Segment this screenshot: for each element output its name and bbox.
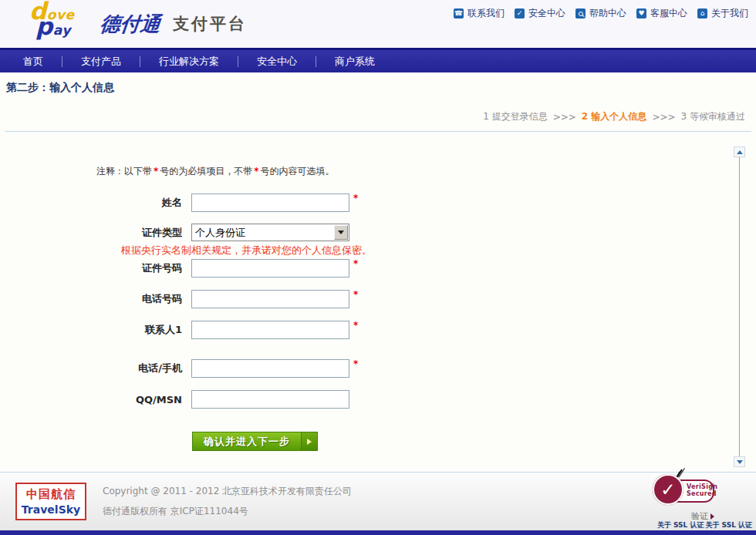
heart-icon: ♥	[636, 8, 646, 19]
content-divider	[5, 131, 751, 132]
verisign-seal[interactable]: ® ✓ VeriSign Secured	[653, 474, 716, 509]
footer: 中国航信 TravelSky Copyright @ 2011 - 2012 北…	[0, 473, 756, 530]
required-asterisk: *	[353, 359, 358, 368]
home-icon: ⌂	[697, 8, 707, 19]
page: dove pay 德付通 支付平台 ☎ 联系我们 ✓ 安全中心 帮助中心 ♥ 客…	[0, 0, 756, 535]
copyright: Copyright @ 2011 - 2012 北京亚科技术开发有限责任公司 德…	[103, 485, 352, 525]
checkmark-icon: ✓	[653, 474, 683, 505]
id-number-label: 证件号码	[0, 261, 182, 275]
nav-item-security-center[interactable]: 安全中心	[238, 55, 316, 69]
main-content: 第二步：输入个人信息 1 提交登录信息 >>> 2 输入个人信息 >>> 3 等…	[0, 72, 756, 473]
qq-msn-input[interactable]	[191, 390, 349, 409]
ssl-cert-link[interactable]: 关于 SSL 认证	[705, 520, 752, 530]
verisign-text: VeriSign Secured	[687, 483, 717, 497]
scroll-down-button[interactable]	[734, 456, 745, 467]
contact1-label: 联系人1	[0, 323, 182, 337]
logo-chinese-name: 德付通	[99, 11, 162, 38]
form-row-phone: 电话号码 *	[0, 290, 358, 308]
copyright-line-1: Copyright @ 2011 - 2012 北京亚科技术开发有限责任公司	[103, 485, 352, 498]
form-row-id-number: 证件号码 *	[0, 259, 358, 278]
required-asterisk: *	[252, 166, 260, 177]
copyright-line-2: 德付通版权所有 京ICP证111044号	[103, 505, 352, 518]
search-icon	[575, 8, 586, 19]
phone-icon: ☎	[454, 8, 464, 19]
breadcrumb-step-2-active: 2 输入个人信息	[582, 110, 647, 123]
required-asterisk: *	[152, 166, 160, 177]
link-label: 联系我们	[467, 7, 505, 20]
breadcrumb-separator: >>>	[652, 112, 675, 123]
bottom-bar	[0, 530, 756, 535]
required-asterisk: *	[353, 259, 358, 268]
ssl-cert-link[interactable]: 关于 SSL 认证	[657, 520, 704, 530]
ssl-links: 关于 SSL 认证 关于 SSL 认证	[657, 520, 752, 530]
travelsky-logo: 中国航信 TravelSky	[15, 483, 86, 520]
form-row-id-type: 证件类型 个人身份证	[0, 224, 349, 241]
name-label: 姓名	[0, 196, 182, 210]
travelsky-chinese: 中国航信	[26, 487, 76, 502]
breadcrumb-separator: >>>	[553, 112, 576, 123]
mobile-label: 电话/手机	[0, 362, 182, 375]
phone-input[interactable]	[191, 290, 349, 308]
nav-item-home[interactable]: 首页	[5, 55, 62, 69]
arrow-right-icon	[301, 432, 317, 450]
header-quick-links: ☎ 联系我们 ✓ 安全中心 帮助中心 ♥ 客服中心 ⌂ 关于我们	[454, 7, 748, 20]
logo-platform-label: 支付平台	[173, 13, 247, 35]
id-type-select[interactable]: 个人身份证	[191, 224, 349, 241]
link-contact-us[interactable]: ☎ 联系我们	[454, 7, 505, 20]
phone-label: 电话号码	[0, 292, 182, 306]
scrollbar-track[interactable]	[739, 157, 740, 456]
dovepay-logo[interactable]: dove pay 德付通 支付平台	[8, 2, 247, 45]
form-row-mobile: 电话/手机 *	[0, 359, 358, 378]
link-service-center[interactable]: ♥ 客服中心	[636, 7, 687, 20]
step-breadcrumb: 1 提交登录信息 >>> 2 输入个人信息 >>> 3 等候审核通过	[483, 110, 745, 123]
form-row-name: 姓名 *	[0, 193, 358, 212]
scrollbar	[734, 146, 745, 467]
link-security-center[interactable]: ✓ 安全中心	[515, 7, 565, 20]
breadcrumb-step-1: 1 提交登录信息	[483, 110, 547, 123]
link-help-center[interactable]: 帮助中心	[575, 7, 626, 20]
main-navigation: 首页 支付产品 行业解决方案 安全中心 商户系统	[0, 48, 756, 72]
link-label: 帮助中心	[589, 7, 626, 20]
nav-item-industry-solutions[interactable]: 行业解决方案	[140, 55, 238, 69]
link-label: 客服中心	[650, 7, 687, 20]
qq-msn-label: QQ/MSN	[0, 394, 182, 405]
scroll-up-button[interactable]	[734, 146, 745, 157]
header: dove pay 德付通 支付平台 ☎ 联系我们 ✓ 安全中心 帮助中心 ♥ 客…	[0, 0, 756, 48]
id-type-label: 证件类型	[0, 226, 182, 240]
submit-button-label: 确认并进入下一步	[193, 432, 301, 450]
form-row-qq-msn: QQ/MSN	[0, 390, 349, 409]
link-label: 安全中心	[528, 7, 565, 20]
id-type-selected-value: 个人身份证	[195, 226, 245, 240]
dovepay-logo-mark: dove pay	[8, 3, 99, 45]
nav-item-merchant-system[interactable]: 商户系统	[316, 55, 393, 69]
name-input[interactable]	[191, 193, 349, 212]
link-about-us[interactable]: ⌂ 关于我们	[697, 7, 748, 20]
breadcrumb-step-3: 3 等候审核通过	[681, 110, 745, 123]
travelsky-english: TravelSky	[22, 503, 80, 516]
contact1-input[interactable]	[191, 321, 349, 339]
id-number-input[interactable]	[191, 259, 349, 278]
confirm-next-step-button[interactable]: 确认并进入下一步	[192, 432, 318, 451]
page-title: 第二步：输入个人信息	[6, 81, 114, 95]
form-note: 注释：以下带*号的为必填项目，不带*号的内容可选填。	[96, 165, 335, 178]
chevron-down-icon[interactable]	[334, 225, 348, 240]
required-asterisk: *	[353, 321, 358, 330]
required-asterisk: *	[353, 290, 358, 299]
form-row-contact1: 联系人1 *	[0, 321, 358, 339]
nav-item-payment-products[interactable]: 支付产品	[62, 55, 140, 69]
check-icon: ✓	[515, 8, 525, 19]
link-label: 关于我们	[711, 7, 748, 20]
logo-pay-text: pay	[35, 16, 71, 38]
compliance-note: 根据央行实名制相关规定，并承诺对您的个人信息保密。	[121, 244, 372, 257]
required-asterisk: *	[353, 193, 358, 203]
mobile-input[interactable]	[191, 359, 349, 378]
